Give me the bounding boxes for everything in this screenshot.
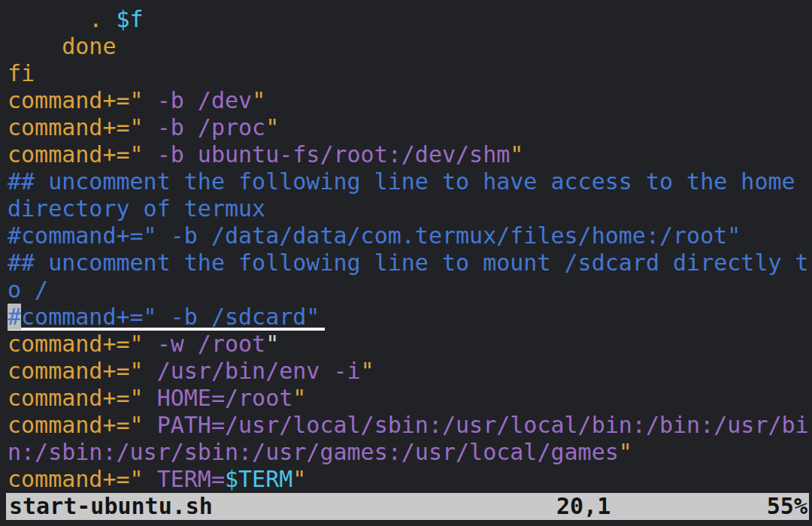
code-segment: TERM= bbox=[144, 466, 225, 492]
code-segment: $f bbox=[117, 6, 144, 32]
code-line-cursor[interactable]: #command+=" -b /sdcard" bbox=[8, 304, 812, 331]
status-ruler-position: 20,1 bbox=[556, 493, 611, 520]
code-line[interactable]: fi bbox=[8, 60, 812, 87]
code-line-text: ## uncomment the following line to have … bbox=[8, 168, 795, 195]
code-segment: command+=" -b /sdcard" bbox=[21, 304, 320, 330]
code-segment: command+=" bbox=[8, 141, 144, 168]
vim-cursor: # bbox=[8, 304, 21, 330]
code-line-text: #command+=" -b /data/data/com.termux/fil… bbox=[8, 222, 741, 249]
code-line-text: fi bbox=[8, 60, 35, 87]
editor-content[interactable]: . $f doneficommand+=" -b /dev"command+="… bbox=[8, 6, 812, 493]
code-line[interactable]: command+=" HOME=/root" bbox=[8, 385, 812, 412]
code-segment: directory of termux bbox=[8, 195, 265, 222]
code-line-text: command+=" -b /proc" bbox=[8, 114, 279, 141]
terminal-vim-window[interactable]: . $f doneficommand+=" -b /dev"command+="… bbox=[0, 0, 812, 526]
code-segment: " bbox=[619, 439, 632, 465]
code-segment: PATH=/usr/local/sbin:/usr/local/bin:/bin… bbox=[144, 412, 809, 438]
code-segment: command+=" bbox=[8, 331, 144, 357]
code-line[interactable]: command+=" -b ubuntu-fs/root:/dev/shm" bbox=[8, 141, 812, 168]
code-segment: fi bbox=[8, 60, 35, 86]
code-line[interactable]: #command+=" -b /data/data/com.termux/fil… bbox=[8, 222, 812, 249]
code-line[interactable]: command+=" -b /dev" bbox=[8, 87, 812, 114]
code-segment: -b /proc bbox=[144, 114, 266, 141]
code-line[interactable]: command+=" PATH=/usr/local/sbin:/usr/loc… bbox=[8, 412, 812, 439]
code-line-text: command+=" -b ubuntu-fs/root:/dev/shm" bbox=[8, 141, 523, 168]
code-segment: command+=" bbox=[8, 466, 144, 492]
status-bar: start-ubuntu.sh 20,1 55% bbox=[6, 493, 809, 520]
code-line[interactable]: command+=" -w /root" bbox=[8, 331, 812, 358]
code-segment: " bbox=[292, 385, 306, 411]
code-line[interactable]: n:/sbin:/usr/sbin:/usr/games:/usr/local/… bbox=[8, 439, 812, 466]
code-segment: command+=" bbox=[8, 412, 144, 438]
code-line-text: n:/sbin:/usr/sbin:/usr/games:/usr/local/… bbox=[8, 439, 632, 466]
code-line-text: done bbox=[8, 33, 117, 60]
code-segment: -w /root bbox=[144, 331, 266, 357]
code-line-text: command+=" TERM=$TERM" bbox=[8, 466, 306, 493]
code-line-text: command+=" PATH=/usr/local/sbin:/usr/loc… bbox=[8, 412, 809, 439]
code-line[interactable]: done bbox=[8, 33, 812, 60]
code-line-text: #command+=" -b /sdcard" bbox=[8, 304, 325, 331]
code-line[interactable]: ## uncomment the following line to mount… bbox=[8, 249, 812, 277]
code-segment: #command+=" -b /data/data/com.termux/fil… bbox=[8, 222, 741, 249]
code-segment: " bbox=[265, 114, 279, 141]
code-line[interactable]: ## uncomment the following line to have … bbox=[8, 168, 812, 195]
code-line[interactable]: command+=" -b /proc" bbox=[8, 114, 812, 141]
code-segment: HOME=/root bbox=[144, 385, 293, 411]
code-line[interactable]: command+=" /usr/bin/env -i" bbox=[8, 358, 812, 385]
code-line-text: command+=" -w /root" bbox=[8, 331, 279, 358]
code-segment: o / bbox=[8, 277, 48, 303]
code-segment: command+=" bbox=[8, 87, 144, 113]
code-segment: -b /dev bbox=[144, 87, 253, 113]
code-segment: command+=" bbox=[8, 358, 144, 384]
code-line-text: command+=" HOME=/root" bbox=[8, 385, 306, 412]
code-line[interactable]: directory of termux bbox=[8, 195, 812, 222]
code-segment: " bbox=[252, 87, 265, 113]
status-filename: start-ubuntu.sh bbox=[9, 493, 213, 520]
code-line[interactable]: o / bbox=[8, 277, 812, 304]
code-line-text: . $f bbox=[8, 6, 144, 33]
code-line-text: o / bbox=[8, 277, 48, 304]
code-line[interactable]: . $f bbox=[8, 6, 812, 33]
code-segment: n:/sbin:/usr/sbin:/usr/games:/usr/local/… bbox=[8, 439, 619, 465]
code-line-text: directory of termux bbox=[8, 195, 265, 222]
code-segment: command+=" bbox=[8, 114, 144, 141]
code-line-text: ## uncomment the following line to mount… bbox=[8, 249, 809, 277]
status-scroll-percent: 55% bbox=[767, 493, 807, 520]
code-line-text: command+=" -b /dev" bbox=[8, 87, 265, 114]
code-segment: done bbox=[8, 33, 117, 59]
code-segment: ## uncomment the following line to mount… bbox=[8, 249, 809, 276]
code-segment: " bbox=[265, 331, 279, 357]
code-segment: " bbox=[361, 358, 374, 384]
code-line-text: command+=" /usr/bin/env -i" bbox=[8, 358, 374, 385]
code-segment: command+=" bbox=[8, 385, 144, 411]
code-segment: -b ubuntu-fs/root:/dev/shm bbox=[144, 141, 511, 168]
code-segment: ## uncomment the following line to have … bbox=[8, 168, 795, 195]
code-segment: " bbox=[510, 141, 523, 168]
code-segment: $TERM bbox=[225, 466, 292, 492]
code-line[interactable]: command+=" TERM=$TERM" bbox=[8, 466, 812, 493]
code-segment: " bbox=[292, 466, 306, 492]
code-segment: /usr/bin/env -i bbox=[144, 358, 361, 384]
code-segment: . bbox=[8, 6, 117, 32]
